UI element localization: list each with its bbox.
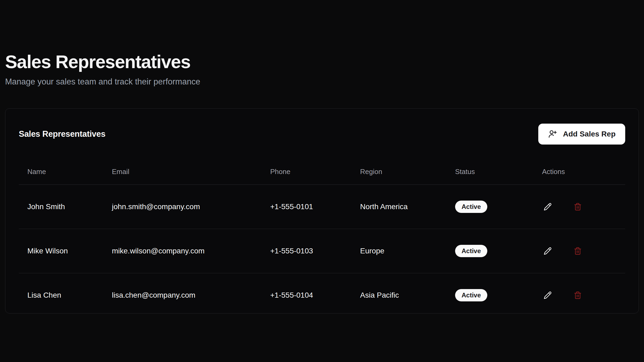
table-row: Mike Wilson mike.wilson@company.com +1-5… [19,229,625,273]
rep-region: Asia Pacific [352,273,447,317]
rep-email: mike.wilson@company.com [103,229,262,273]
rep-name: Mike Wilson [19,229,103,273]
page-title: Sales Representatives [5,51,639,73]
add-sales-rep-button[interactable]: Add Sales Rep [538,124,625,145]
page-container: Sales Representatives Manage your sales … [5,51,639,313]
pencil-icon [544,291,552,299]
page-subtitle: Manage your sales team and track their p… [5,77,639,87]
column-header-status: Status [447,156,533,185]
card-header: Sales Representatives Add Sales Rep [19,124,625,145]
edit-button[interactable] [542,245,553,257]
column-header-region: Region [352,156,447,185]
sales-reps-card: Sales Representatives Add Sales Rep [5,108,639,313]
rep-email: lisa.chen@company.com [103,273,262,317]
row-actions [542,201,617,212]
column-header-phone: Phone [262,156,352,185]
rep-phone: +1-555-0101 [262,185,352,229]
column-header-email: Email [103,156,262,185]
table-row: John Smith john.smith@company.com +1-555… [19,185,625,229]
edit-button[interactable] [542,290,553,301]
delete-button[interactable] [572,290,583,301]
card-title: Sales Representatives [19,129,105,139]
add-button-label: Add Sales Rep [563,130,616,138]
rep-email: john.smith@company.com [103,185,262,229]
rep-phone: +1-555-0104 [262,273,352,317]
trash-icon [574,203,582,211]
user-plus-icon [548,130,557,139]
rep-region: North America [352,185,447,229]
row-actions [542,290,617,301]
pencil-icon [544,247,552,255]
rep-phone: +1-555-0103 [262,229,352,273]
sales-reps-table: Name Email Phone Region Status Actions J… [19,156,625,317]
status-badge: Active [455,245,487,257]
pencil-icon [544,203,552,211]
delete-button[interactable] [572,245,583,257]
status-badge: Active [455,201,487,213]
row-actions [542,245,617,257]
rep-region: Europe [352,229,447,273]
edit-button[interactable] [542,201,553,212]
rep-name: Lisa Chen [19,273,103,317]
table-row: Lisa Chen lisa.chen@company.com +1-555-0… [19,273,625,317]
delete-button[interactable] [572,201,583,212]
table-header-row: Name Email Phone Region Status Actions [19,156,625,185]
trash-icon [574,247,582,255]
column-header-actions: Actions [533,156,625,185]
rep-name: John Smith [19,185,103,229]
column-header-name: Name [19,156,103,185]
status-badge: Active [455,289,487,301]
trash-icon [574,291,582,299]
